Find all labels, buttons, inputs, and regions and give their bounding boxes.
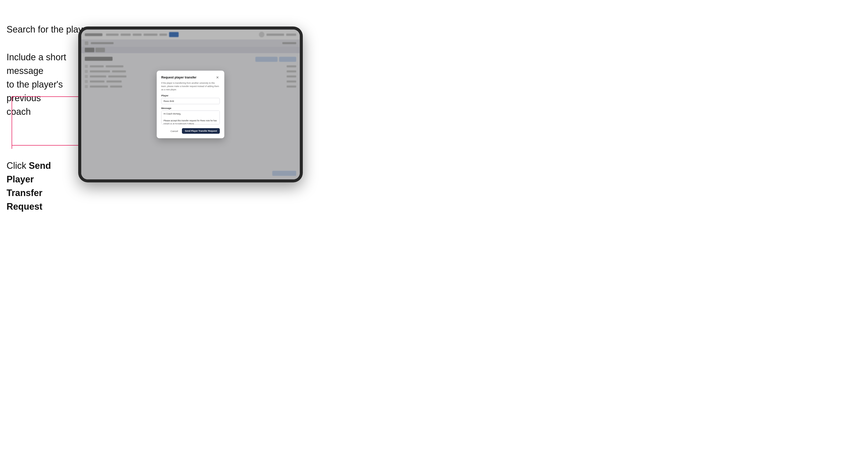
dialog-header: Request player transfer ✕ [161,75,220,80]
dialog-overlay: Request player transfer ✕ If the player … [81,30,300,179]
player-input[interactable] [161,98,220,104]
dialog-close-button[interactable]: ✕ [215,75,220,80]
tablet-device: Request player transfer ✕ If the player … [78,27,303,182]
send-transfer-request-button[interactable]: Send Player Transfer Request [182,128,220,134]
dialog-description: If the player is transferring from anoth… [161,82,220,92]
dialog-title: Request player transfer [161,76,196,79]
message-field-label: Message [161,107,220,110]
annotation-click: Click Send PlayerTransfer Request [6,159,75,213]
annotation-click-bold: Send PlayerTransfer Request [6,160,51,212]
tablet-screen: Request player transfer ✕ If the player … [81,30,300,179]
annotation-message: Include a short messageto the player's p… [6,51,75,119]
player-field-label: Player [161,94,220,97]
dialog-footer: Cancel Send Player Transfer Request [161,128,220,134]
cancel-button[interactable]: Cancel [168,129,180,133]
arrow-vertical-search [11,96,12,149]
dialog: Request player transfer ✕ If the player … [157,71,224,138]
message-textarea[interactable]: Hi Coach McHarg, Please accept this tran… [161,111,220,124]
